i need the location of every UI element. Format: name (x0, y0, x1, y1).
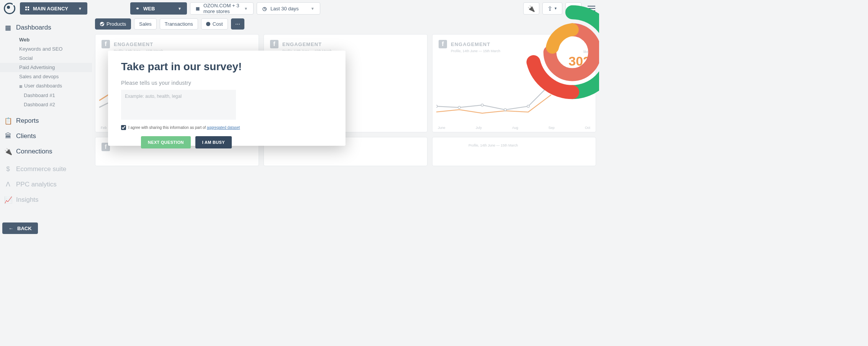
plug-icon: 🔌 (5, 148, 11, 155)
arrow-left-icon: ← (8, 226, 13, 231)
context-label: WEB (143, 6, 155, 12)
card-xaxis: June July Aug Sep Oct (438, 126, 590, 130)
clipboard-icon: 📋 (5, 117, 11, 124)
chevron-down-icon: ▼ (244, 7, 248, 11)
card-title: ENGAGEMENT (451, 41, 490, 47)
nav-connections[interactable]: 🔌Connections (0, 144, 92, 159)
chart-icon: 📈 (5, 196, 11, 203)
app-logo (4, 3, 15, 14)
bank-icon: 🏛 (5, 133, 11, 140)
card-subtitle: Profile, 14th June — 15th March (468, 143, 590, 147)
top-bar: MAIN AGENCY ▼ ⚭ WEB ▼ ▦ OZON.COM + 3 mor… (0, 0, 599, 17)
grid-icon (25, 7, 29, 10)
sidebar-item-paid-advertising[interactable]: Paid Advertising (0, 63, 92, 72)
consent-text: I agree with sharing this information as… (128, 125, 240, 130)
nav-connections-label: Connections (16, 148, 52, 155)
nav-clients[interactable]: 🏛Clients (0, 129, 92, 144)
axis-label: June (438, 126, 445, 130)
pill-transactions[interactable]: Transactions (160, 18, 198, 30)
grid-icon: ▦ (196, 6, 200, 11)
back-button[interactable]: ← BACK (2, 222, 38, 234)
survey-graphic (522, 2, 599, 102)
store-dropdown[interactable]: ▦ OZON.COM + 3 more stores ▼ (190, 2, 254, 15)
sidebar-item-sales-devops[interactable]: Sales and devops (19, 72, 92, 81)
nav-ecommerce-label: Ecommerce suite (16, 165, 66, 173)
store-label: OZON.COM + 3 more stores (203, 3, 240, 14)
sidebar-item-dashboard-2[interactable]: Dashboard #2 (24, 100, 92, 109)
pill-more[interactable]: ⋯ (231, 18, 244, 30)
check-icon (206, 22, 210, 26)
daterange-label: Last 30 days (270, 6, 299, 12)
svg-point-0 (436, 105, 437, 107)
facebook-icon: f (270, 40, 278, 48)
pill-sales[interactable]: Sales (134, 18, 157, 30)
nav-reports-label: Reports (16, 117, 39, 125)
check-icon (100, 22, 104, 26)
sidebar-item-social[interactable]: Social (19, 54, 92, 63)
nav-ecommerce[interactable]: $Ecommerce suite (0, 161, 92, 177)
svg-point-4 (527, 105, 529, 107)
chevron-down-icon: ▼ (178, 7, 182, 11)
filter-pills: Products Sales Transactions Cost ⋯ (95, 17, 596, 34)
dashboard-icon: ▦ (5, 24, 11, 31)
consent-row[interactable]: I agree with sharing this information as… (121, 125, 332, 130)
axis-label: July (476, 126, 482, 130)
next-question-button[interactable]: NEXT QUESTION (141, 136, 191, 148)
nav-insights[interactable]: 📈Insights (0, 192, 92, 208)
nav-clients-label: Clients (16, 132, 36, 140)
pill-cost[interactable]: Cost (201, 18, 228, 30)
sidebar-item-dashboard-1[interactable]: Dashboard #1 (24, 91, 92, 100)
nav-reports[interactable]: 📋Reports (0, 113, 92, 129)
axis-label: Aug (512, 126, 518, 130)
chevron-down-icon: ▼ (311, 7, 314, 11)
pill-cost-label: Cost (213, 21, 223, 27)
nav-dashboards[interactable]: ▦ Dashboards (0, 20, 92, 35)
sidebar-item-keywords[interactable]: Keywords and SEO (19, 44, 92, 54)
aggregated-dataset-link[interactable]: aggregated dataset (207, 125, 240, 130)
agency-label: MAIN AGENCY (33, 6, 68, 12)
sidebar-item-user-dashboards[interactable]: ▦User dashboards (19, 81, 92, 91)
survey-modal: Take part in our survey! Please tells us… (108, 51, 346, 146)
nav-dashboards-label: Dashboards (16, 24, 51, 31)
daterange-dropdown[interactable]: ◷ Last 30 days ▼ (257, 2, 320, 15)
agency-dropdown[interactable]: MAIN AGENCY ▼ (20, 2, 87, 15)
nav-insights-label: Insights (16, 196, 39, 204)
sidebar: ▦ Dashboards Web Keywords and SEO Social… (0, 17, 92, 239)
svg-point-3 (504, 109, 506, 111)
card-title: ENGAGEMENT (114, 41, 153, 47)
dashboards-subnav: Web Keywords and SEO Social Paid Adverti… (0, 35, 92, 109)
ads-icon: Λ (5, 181, 11, 188)
card-title: ENGAGEMENT (282, 41, 322, 47)
svg-point-1 (458, 106, 460, 109)
axis-label: Feb (101, 126, 107, 130)
nav-ppc[interactable]: ΛPPC analytics (0, 177, 92, 192)
i-am-busy-button[interactable]: I AM BUSY (195, 136, 232, 148)
facebook-icon: f (102, 40, 110, 48)
clock-icon: ◷ (262, 6, 267, 12)
back-label: BACK (17, 226, 32, 231)
modal-actions: NEXT QUESTION I AM BUSY (141, 136, 332, 148)
engagement-card: Profile, 14th June — 15th March (432, 137, 596, 166)
axis-label: Sep (549, 126, 555, 130)
industry-input[interactable] (121, 90, 236, 120)
nav-ppc-label: PPC analytics (16, 181, 57, 188)
svg-point-2 (481, 104, 483, 106)
share-icon: ⚭ (136, 6, 139, 11)
modal-question: Please tells us your industry (121, 80, 332, 86)
context-dropdown[interactable]: ⚭ WEB ▼ (130, 2, 187, 15)
axis-label: Oct (585, 126, 590, 130)
pill-products[interactable]: Products (95, 18, 131, 30)
dollar-icon: $ (5, 166, 11, 173)
consent-checkbox[interactable] (121, 125, 126, 130)
pill-products-label: Products (106, 21, 126, 27)
facebook-icon: f (439, 40, 447, 48)
sidebar-item-web[interactable]: Web (19, 35, 92, 44)
dots-icon: ⋯ (235, 21, 240, 27)
modal-title: Take part in our survey! (121, 61, 332, 73)
chevron-down-icon: ▼ (78, 7, 82, 11)
